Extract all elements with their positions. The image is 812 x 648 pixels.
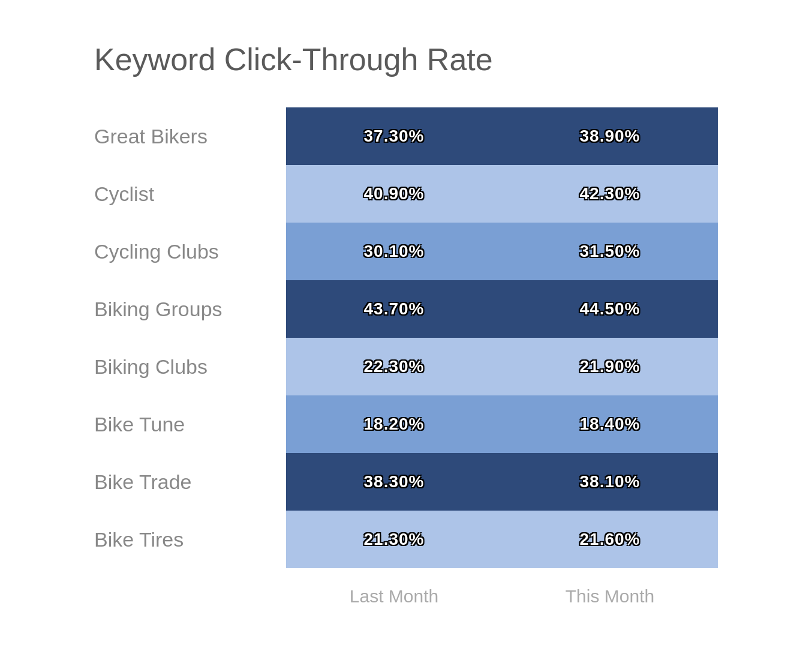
row-cells: 37.30%38.90% bbox=[286, 107, 718, 165]
cell-value: 38.90% bbox=[580, 127, 640, 146]
cell-value: 18.40% bbox=[580, 415, 640, 434]
cell-value: 42.30% bbox=[580, 184, 640, 203]
cell-value: 38.30% bbox=[364, 472, 425, 491]
row-label: Biking Groups bbox=[94, 280, 286, 338]
cell-value: 21.60% bbox=[580, 530, 640, 549]
cell-last-month: 37.30% bbox=[286, 107, 502, 165]
cell-last-month: 40.90% bbox=[286, 165, 502, 223]
cell-value: 38.10% bbox=[580, 472, 640, 491]
cell-last-month: 22.30% bbox=[286, 338, 502, 395]
cell-this-month: 42.30% bbox=[502, 165, 718, 223]
cell-last-month: 18.20% bbox=[286, 395, 502, 453]
cell-this-month: 31.50% bbox=[502, 223, 718, 280]
cell-this-month: 44.50% bbox=[502, 280, 718, 338]
row-label: Great Bikers bbox=[94, 107, 286, 165]
cell-this-month: 18.40% bbox=[502, 395, 718, 453]
table-row: Great Bikers37.30%38.90% bbox=[94, 107, 718, 165]
row-cells: 30.10%31.50% bbox=[286, 223, 718, 280]
cell-last-month: 30.10% bbox=[286, 223, 502, 280]
cell-value: 21.30% bbox=[364, 530, 425, 549]
cell-last-month: 38.30% bbox=[286, 453, 502, 511]
cell-value: 44.50% bbox=[580, 299, 640, 319]
footer-this-month: This Month bbox=[502, 586, 718, 607]
row-label: Bike Tires bbox=[94, 511, 286, 568]
row-cells: 22.30%21.90% bbox=[286, 338, 718, 395]
chart-title: Keyword Click-Through Rate bbox=[94, 41, 718, 77]
table-row: Bike Tires21.30%21.60% bbox=[94, 511, 718, 568]
row-label: Bike Tune bbox=[94, 395, 286, 453]
cell-value: 21.90% bbox=[580, 357, 640, 376]
table-row: Cyclist40.90%42.30% bbox=[94, 165, 718, 223]
row-label: Bike Trade bbox=[94, 453, 286, 511]
cell-this-month: 21.90% bbox=[502, 338, 718, 395]
cell-value: 18.20% bbox=[364, 415, 425, 434]
table-row: Bike Tune18.20%18.40% bbox=[94, 395, 718, 453]
cell-this-month: 21.60% bbox=[502, 511, 718, 568]
cell-value: 43.70% bbox=[364, 299, 425, 319]
footer-last-month: Last Month bbox=[286, 586, 502, 607]
table-row: Bike Trade38.30%38.10% bbox=[94, 453, 718, 511]
row-label: Cycling Clubs bbox=[94, 223, 286, 280]
row-cells: 18.20%18.40% bbox=[286, 395, 718, 453]
cell-last-month: 43.70% bbox=[286, 280, 502, 338]
cell-this-month: 38.10% bbox=[502, 453, 718, 511]
cell-value: 30.10% bbox=[364, 242, 425, 261]
cell-value: 22.30% bbox=[364, 357, 425, 376]
row-cells: 38.30%38.10% bbox=[286, 453, 718, 511]
cell-value: 40.90% bbox=[364, 184, 425, 203]
row-cells: 43.70%44.50% bbox=[286, 280, 718, 338]
table-row: Biking Clubs22.30%21.90% bbox=[94, 338, 718, 395]
cell-value: 31.50% bbox=[580, 242, 640, 261]
chart-container: Keyword Click-Through Rate Great Bikers3… bbox=[46, 5, 766, 643]
table-row: Biking Groups43.70%44.50% bbox=[94, 280, 718, 338]
row-label: Cyclist bbox=[94, 165, 286, 223]
cell-last-month: 21.30% bbox=[286, 511, 502, 568]
cell-this-month: 38.90% bbox=[502, 107, 718, 165]
row-label: Biking Clubs bbox=[94, 338, 286, 395]
row-cells: 21.30%21.60% bbox=[286, 511, 718, 568]
chart-body: Great Bikers37.30%38.90%Cyclist40.90%42.… bbox=[94, 107, 718, 568]
cell-value: 37.30% bbox=[364, 127, 425, 146]
row-cells: 40.90%42.30% bbox=[286, 165, 718, 223]
table-row: Cycling Clubs30.10%31.50% bbox=[94, 223, 718, 280]
chart-footer: Last Month This Month bbox=[286, 586, 718, 607]
